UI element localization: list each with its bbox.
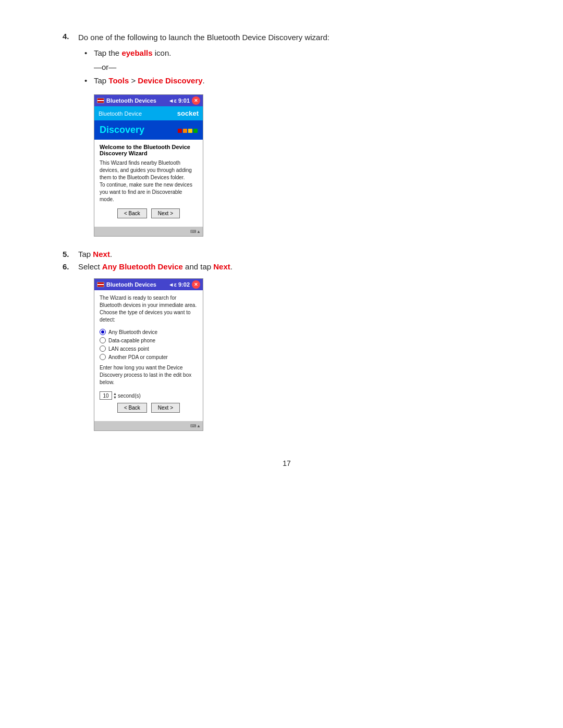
page-number: 17 <box>63 459 511 467</box>
radio-circle-1[interactable] <box>100 329 106 335</box>
bullet2-bold2: Device Discovery <box>138 76 202 85</box>
windows-flag-icon-2 <box>97 282 104 287</box>
spin-up-arrow[interactable]: ▲ <box>113 392 117 396</box>
screen1-body: Welcome to the Bluetooth Device Discover… <box>94 140 203 227</box>
bullet-1: Tap the eyeballs icon. <box>94 47 511 59</box>
screen2-title-right: ◄ε 9:02 ✕ <box>168 280 200 289</box>
step6-next-bold: Next <box>213 262 230 271</box>
screen1-body-title: Welcome to the Bluetooth Device Discover… <box>100 144 198 156</box>
screenshot-1: Bluetooth Devices ◄ε 9:01 ✕ Bluetooth De… <box>94 94 203 237</box>
step6-text-suffix: . <box>230 262 232 271</box>
step6-any-bluetooth-bold: Any Bluetooth Device <box>102 262 183 271</box>
screen2-close-button[interactable]: ✕ <box>192 280 200 289</box>
screen1-blue-banner: Discovery <box>94 120 203 140</box>
keyboard-icon-2: ⌨▲ <box>190 424 201 428</box>
radio-circle-3[interactable] <box>100 346 106 352</box>
step5-text-suffix: . <box>110 250 112 258</box>
square-yellow <box>188 129 192 133</box>
radio-label-3: LAN access point <box>108 346 149 352</box>
screen1-next-button[interactable]: Next > <box>151 208 180 218</box>
socket-brand: socket <box>177 109 199 117</box>
square-red <box>178 129 182 133</box>
radio-lan-access: LAN access point <box>100 346 198 352</box>
bullet1-suffix: icon. <box>153 48 172 57</box>
screen2-duration-text: Enter how long you want the Device Disco… <box>100 364 198 386</box>
socket-squares <box>178 129 198 133</box>
screen1-title-left: Bluetooth Devices <box>97 97 156 104</box>
screen1-title-bar: Bluetooth Devices ◄ε 9:01 ✕ <box>94 95 203 106</box>
spinner-arrows[interactable]: ▲ ▼ <box>113 392 117 399</box>
step-6-number: 6. <box>63 262 74 271</box>
radio-label-2: Data-capable phone <box>108 338 155 343</box>
square-orange <box>183 129 187 133</box>
square-green <box>193 129 198 133</box>
step-5: 5. Tap Next. <box>63 249 511 258</box>
screen1-close-button[interactable]: ✕ <box>192 96 200 105</box>
bullet2-bold1: Tools <box>108 76 129 85</box>
seconds-label: second(s) <box>118 393 141 399</box>
screen1-back-button[interactable]: < Back <box>117 208 147 218</box>
screenshot-2: Bluetooth Devices ◄ε 9:02 ✕ The Wizard i… <box>94 278 203 431</box>
radio-circle-2[interactable] <box>100 337 106 343</box>
radio-label-1: Any Bluetooth device <box>108 329 157 335</box>
bluetooth-device-label: Bluetooth Device <box>99 110 142 117</box>
radio-data-phone: Data-capable phone <box>100 337 198 343</box>
or-separator: —or— <box>78 63 511 71</box>
discovery-title: Discovery <box>100 125 144 135</box>
bullet2-arrow: > <box>129 76 138 85</box>
step5-text-prefix: Tap <box>78 250 93 258</box>
screen1-time: ◄ε 9:01 <box>168 97 190 104</box>
bullet1-bold: eyeballs <box>121 48 152 57</box>
radio-label-4: Another PDA or computer <box>108 354 168 360</box>
radio-circle-4[interactable] <box>100 354 106 360</box>
screen2-time: ◄ε 9:02 <box>168 281 190 288</box>
step-4-bullets-2: Tap Tools > Device Discovery. <box>78 75 511 87</box>
screen1-buttons: < Back Next > <box>100 208 198 218</box>
screen1-title-right: ◄ε 9:01 ✕ <box>168 96 200 105</box>
bullet2-prefix: Tap <box>94 76 108 85</box>
step-4-bullets: Tap the eyeballs icon. <box>78 47 511 59</box>
step-4-number: 4. <box>63 31 74 244</box>
screen2-title-left: Bluetooth Devices <box>97 281 156 288</box>
duration-value[interactable]: 10 <box>100 391 112 400</box>
screen2-title-bar: Bluetooth Devices ◄ε 9:02 ✕ <box>94 279 203 290</box>
bullet1-prefix: Tap the <box>94 48 121 57</box>
screen2-next-button[interactable]: Next > <box>151 403 180 413</box>
screen2-app-name: Bluetooth Devices <box>106 281 156 288</box>
screen2-footer: ⌨▲ <box>94 421 203 430</box>
windows-flag-icon <box>97 98 104 103</box>
screen2-intro-text: The Wizard is ready to search for Blueto… <box>100 294 198 324</box>
step-4: 4. Do one of the following to launch the… <box>63 31 511 244</box>
socket-logo: Bluetooth Device <box>99 110 142 117</box>
keyboard-icon: ⌨▲ <box>190 229 201 234</box>
spin-down-arrow[interactable]: ▼ <box>113 396 117 399</box>
radio-another-pda: Another PDA or computer <box>100 354 198 360</box>
step-6: 6. Select Any Bluetooth Device and tap N… <box>63 262 511 438</box>
screen1-footer: ⌨▲ <box>94 227 203 236</box>
screen2-back-button[interactable]: < Back <box>117 403 147 413</box>
screen1-body-text: This Wizard finds nearby Bluetooth devic… <box>100 159 198 203</box>
step6-text-middle: and tap <box>183 262 213 271</box>
bullet-2: Tap Tools > Device Discovery. <box>94 75 511 87</box>
step-4-intro: Do one of the following to launch the Bl… <box>78 33 329 42</box>
screen1-app-name: Bluetooth Devices <box>106 97 156 104</box>
radio-any-bluetooth: Any Bluetooth device <box>100 329 198 335</box>
screen2-body: The Wizard is ready to search for Blueto… <box>94 290 203 421</box>
duration-spinner: 10 ▲ ▼ second(s) <box>100 391 198 400</box>
bullet2-suffix: . <box>203 76 205 85</box>
step6-text-prefix: Select <box>78 262 102 271</box>
screen2-buttons: < Back Next > <box>100 403 198 413</box>
step-6-content: Select Any Bluetooth Device and tap Next… <box>78 262 511 438</box>
step5-next-bold: Next <box>93 250 110 258</box>
step-4-content: Do one of the following to launch the Bl… <box>78 31 511 244</box>
step-5-content: Tap Next. <box>78 250 511 258</box>
radio-dot-1 <box>101 330 104 334</box>
step-5-number: 5. <box>63 249 74 258</box>
screen1-header: Bluetooth Device socket <box>94 106 203 120</box>
